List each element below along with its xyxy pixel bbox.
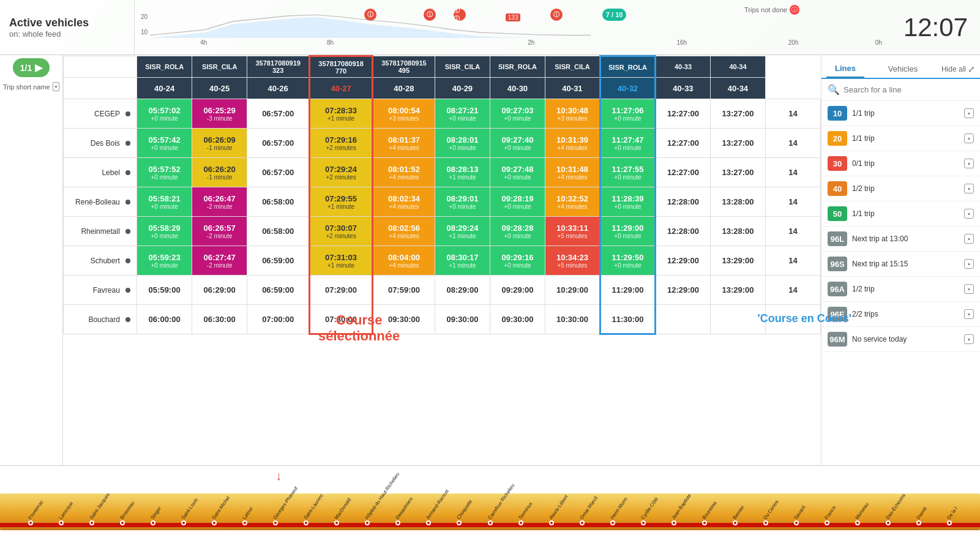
trip-toggle-button[interactable]: 1/1 ▶: [13, 58, 50, 77]
time-cell[interactable]: 08:04:00+4 minutes: [372, 246, 435, 276]
time-cell[interactable]: 10:31:48+4 minutes: [545, 158, 600, 187]
time-cell[interactable]: 10:32:52+4 minutes: [545, 187, 600, 217]
time-cell[interactable]: 06:26:57-2 minute: [192, 217, 247, 246]
time-cell[interactable]: 14: [765, 187, 820, 217]
time-cell[interactable]: 13:27:00: [710, 129, 765, 158]
time-cell[interactable]: 09:30:00: [372, 305, 435, 334]
sidebar-line-item[interactable]: 96A 1/2 trip •: [821, 277, 980, 302]
time-cell[interactable]: 05:57:52+0 minute: [137, 158, 192, 187]
col-header-trip-3[interactable]: 40-27: [310, 78, 373, 99]
time-cell[interactable]: 09:29:00: [490, 276, 545, 305]
time-cell[interactable]: 07:59:00: [372, 276, 435, 305]
time-cell[interactable]: 06:26:09-1 minute: [192, 129, 247, 158]
time-cell[interactable]: 08:27:21+0 minute: [435, 99, 490, 129]
time-cell[interactable]: 07:30:00: [310, 305, 373, 334]
time-cell[interactable]: 14: [765, 99, 820, 129]
time-cell[interactable]: 09:27:48+0 minute: [490, 158, 545, 187]
time-cell[interactable]: 09:30:00: [435, 305, 490, 334]
time-cell[interactable]: 12:27:00: [655, 99, 710, 129]
time-cell[interactable]: 12:29:00: [655, 276, 710, 305]
time-cell[interactable]: 08:01:52+4 minutes: [372, 158, 435, 187]
time-cell[interactable]: 09:29:16+0 minute: [490, 246, 545, 276]
sidebar-line-item[interactable]: 50 1/1 trip •: [821, 201, 980, 227]
time-cell[interactable]: 09:30:00: [490, 305, 545, 334]
time-cell[interactable]: 11:29:00+0 minute: [600, 217, 655, 246]
time-cell[interactable]: 09:28:19+0 minute: [490, 187, 545, 217]
time-cell[interactable]: 07:29:16+2 minutes: [310, 129, 373, 158]
col-header-agency-10[interactable]: 40-34: [710, 56, 765, 78]
sidebar-line-item[interactable]: 10 1/1 trip •: [821, 101, 980, 126]
col-header-agency-9[interactable]: 40-33: [655, 56, 710, 78]
col-header-trip-4[interactable]: 40-28: [372, 78, 435, 99]
col-header-trip-9[interactable]: 40-33: [655, 78, 710, 99]
col-header-trip-7[interactable]: 40-31: [545, 78, 600, 99]
col-header-trip-10[interactable]: 40-34: [710, 78, 765, 99]
col-header-trip-2[interactable]: 40-26: [247, 78, 310, 99]
col-header-agency-7[interactable]: SISR_CILA: [545, 56, 600, 78]
search-input[interactable]: [843, 85, 974, 94]
time-cell[interactable]: 13:29:00: [710, 276, 765, 305]
col-header-agency-0[interactable]: SISR_ROLA: [137, 56, 192, 78]
time-cell[interactable]: 14: [765, 129, 820, 158]
time-cell[interactable]: 05:58:21+0 minute: [137, 187, 192, 217]
col-header-agency-5[interactable]: SISR_CILA: [435, 56, 490, 78]
time-cell[interactable]: 14: [765, 276, 820, 305]
line-expand-button[interactable]: •: [964, 184, 974, 193]
time-cell[interactable]: 06:58:00: [247, 187, 310, 217]
time-cell[interactable]: 07:30:07+2 minutes: [310, 217, 373, 246]
time-cell[interactable]: 07:29:24+2 minutes: [310, 158, 373, 187]
time-cell[interactable]: 08:01:37+4 minutes: [372, 129, 435, 158]
sidebar-line-item[interactable]: 30 0/1 trip •: [821, 151, 980, 176]
sidebar-line-item[interactable]: 96S Next trip at 15:15 •: [821, 252, 980, 277]
trip-short-name-icon[interactable]: •: [53, 82, 60, 91]
time-cell[interactable]: 13:29:00: [710, 246, 765, 276]
time-cell[interactable]: 14: [765, 158, 820, 187]
col-header-trip-1[interactable]: 40-25: [192, 78, 247, 99]
time-cell[interactable]: 06:27:47-2 minute: [192, 246, 247, 276]
time-cell[interactable]: 07:28:33+1 minute: [310, 99, 373, 129]
time-cell[interactable]: 06:59:00: [247, 246, 310, 276]
time-cell[interactable]: 10:34:23+5 minutes: [545, 246, 600, 276]
col-header-agency-6[interactable]: SISR_ROLA: [490, 56, 545, 78]
time-cell[interactable]: 14: [765, 217, 820, 246]
sidebar-line-item[interactable]: 20 1/1 trip •: [821, 126, 980, 151]
col-header-trip-6[interactable]: 40-30: [490, 78, 545, 99]
time-cell[interactable]: 11:29:00: [600, 276, 655, 305]
time-cell[interactable]: 05:57:42+0 minute: [137, 129, 192, 158]
line-expand-button[interactable]: •: [964, 133, 974, 143]
time-cell[interactable]: 08:00:54+3 minutes: [372, 99, 435, 129]
col-header-trip-0[interactable]: 40-24: [137, 78, 192, 99]
time-cell[interactable]: 07:00:00: [247, 305, 310, 334]
time-cell[interactable]: 12:27:00: [655, 158, 710, 187]
col-header-trip-5[interactable]: 40-29: [435, 78, 490, 99]
time-cell[interactable]: 11:30:00: [600, 305, 655, 334]
time-cell[interactable]: 11:28:39+0 minute: [600, 187, 655, 217]
col-header-agency-1[interactable]: SISR_CILA: [192, 56, 247, 78]
time-cell[interactable]: 05:58:29+0 minute: [137, 217, 192, 246]
time-cell[interactable]: 06:57:00: [247, 99, 310, 129]
col-header-agency-8[interactable]: SISR_ROLA: [600, 56, 655, 78]
time-cell[interactable]: [655, 305, 710, 334]
time-cell[interactable]: 13:27:00: [710, 99, 765, 129]
time-cell[interactable]: 13:28:00: [710, 187, 765, 217]
tab-vehicles[interactable]: Vehicles: [880, 61, 926, 77]
line-expand-button[interactable]: •: [964, 234, 974, 244]
time-cell[interactable]: 05:59:00: [137, 276, 192, 305]
time-cell[interactable]: 06:30:00: [192, 305, 247, 334]
time-cell[interactable]: 11:27:47+0 minute: [600, 129, 655, 158]
time-cell[interactable]: [710, 305, 765, 334]
time-cell[interactable]: 12:29:00: [655, 246, 710, 276]
line-expand-button[interactable]: •: [964, 209, 974, 219]
time-cell[interactable]: 08:28:01+0 minute: [435, 129, 490, 158]
time-cell[interactable]: 12:27:00: [655, 129, 710, 158]
time-cell[interactable]: 09:28:28+0 minute: [490, 217, 545, 246]
time-cell[interactable]: 10:30:00: [545, 305, 600, 334]
sidebar-line-item[interactable]: 40 1/2 trip •: [821, 176, 980, 201]
time-cell[interactable]: 10:29:00: [545, 276, 600, 305]
line-expand-button[interactable]: •: [964, 159, 974, 168]
time-cell[interactable]: 10:30:48+3 minutes: [545, 99, 600, 129]
col-header-trip-8[interactable]: 40-32: [600, 78, 655, 99]
time-cell[interactable]: 13:28:00: [710, 217, 765, 246]
tab-lines[interactable]: Lines: [826, 60, 864, 78]
time-cell[interactable]: 11:27:55+0 minute: [600, 158, 655, 187]
